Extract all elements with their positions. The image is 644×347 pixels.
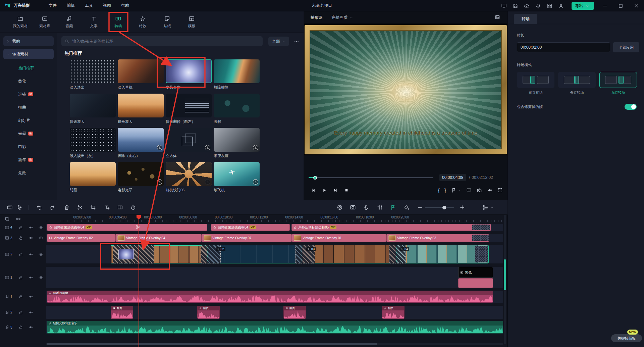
fullscreen-icon[interactable] [497,188,503,193]
lock-icon[interactable] [18,275,23,280]
transition-thumbnail[interactable] [70,162,116,186]
visibility-icon[interactable] [39,236,43,240]
notifications-icon[interactable] [535,3,541,9]
visibility-icon[interactable] [39,275,43,280]
account-icon[interactable] [558,3,564,9]
tab-effects[interactable]: 特效 [130,11,155,33]
more-options-button[interactable] [293,38,300,45]
mode-postfix[interactable]: 后置转场 [599,72,637,95]
next-frame-icon[interactable] [333,188,338,193]
tab-templates[interactable]: 模板 [179,11,204,33]
sidebar-item-dissolve[interactable]: 叠化 [0,76,57,87]
menu-file[interactable]: 文件 [49,3,57,8]
download-icon[interactable] [253,179,258,185]
trim-toggle[interactable] [625,104,637,110]
transition-item[interactable]: 溶解 [214,94,260,124]
display-icon[interactable] [501,3,507,9]
add-marker-icon[interactable] [390,204,396,210]
timeline-audio-clip[interactable]: 温暖的画面 [47,291,493,303]
scrubber-track[interactable] [309,177,433,178]
timeline-audio-clip[interactable]: 翻页 [197,306,220,319]
transition-thumbnail[interactable] [118,59,164,83]
mute-icon[interactable] [29,310,33,315]
quality-dropdown[interactable]: 完整画质 [331,15,353,20]
fit-screen-icon[interactable] [466,188,472,193]
tab-stickers[interactable]: 贴纸 [155,11,179,33]
transition-thumbnail[interactable] [214,128,260,152]
menu-edit[interactable]: 编辑 [67,3,75,8]
timeline-clip-black[interactable]: 黑色 [458,267,493,278]
timeline-audio-clip[interactable]: 轻快安静背景音乐 [47,321,503,334]
menu-tools[interactable]: 工具 [85,3,93,8]
search-input[interactable] [72,39,259,44]
transition-thumbnail[interactable] [166,59,212,83]
zoom-slider-handle[interactable] [442,206,446,209]
timeline-clip-overlay[interactable]: Vintage Frame Overlay 07 [202,234,292,242]
timeline-clip-overlay[interactable]: Vintage Frame Overlay 01 [292,234,386,242]
tab-stock-library[interactable]: 素材库 [33,11,57,33]
tab-text[interactable]: 文字 [82,11,106,33]
transition-thumbnail[interactable] [70,94,116,117]
timeline-clip-overlay[interactable]: 户外活动标题边框05 VIP [291,224,491,231]
playhead-line[interactable] [139,215,139,347]
lock-icon[interactable] [18,252,23,257]
shortcut-icon[interactable] [7,204,13,210]
undo-icon[interactable] [36,204,42,210]
mask-icon[interactable] [350,204,356,210]
cloud-upload-icon[interactable] [524,3,530,9]
scrubber-handle[interactable] [313,176,317,180]
play-icon[interactable] [322,188,327,193]
tab-transitions[interactable]: 转场 [106,11,130,33]
sidebar-item-camera-move[interactable]: 运镜新 [0,89,57,100]
redo-icon[interactable] [49,204,55,210]
sidebar-item-warp[interactable]: 扭曲 [0,102,57,113]
export-button[interactable]: 导出 [572,2,594,10]
sidebar-item-newyear[interactable]: 新年新 [0,154,57,165]
speed-icon[interactable] [130,204,136,210]
timeline-clip-overlay[interactable]: Vintage Frame Overlay 02 [47,234,115,242]
transition-thumbnail[interactable] [118,162,164,186]
save-icon[interactable] [513,3,518,9]
chevron-down-icon[interactable] [490,204,494,210]
copy-stack-icon[interactable] [5,216,10,221]
mute-icon[interactable] [29,325,33,330]
filter-dropdown[interactable]: 全部 [268,37,289,46]
detach-audio-icon[interactable] [117,204,123,210]
volume-icon[interactable] [487,188,492,193]
menu-view[interactable]: 视图 [103,3,111,8]
timeline-clip-overlay[interactable]: Vintage Frame Overlay 04 [115,234,202,242]
horizontal-scrollbar-thumb[interactable] [47,343,377,345]
add-text-icon[interactable] [104,204,110,210]
tab-audio[interactable]: 音频 [57,11,82,33]
transition-item[interactable]: 眨眼 [70,162,116,193]
keyframe-panel-button[interactable]: 关键帧面板 [611,334,642,342]
tab-transition-properties[interactable]: 转场 [514,14,537,24]
lock-icon[interactable] [18,310,23,315]
transition-thumbnail[interactable] [214,59,260,83]
timeline-ruler[interactable]: 00:00:02:00 00:00:04:00 00:00:06:00 00:0… [46,215,504,222]
transition-item[interactable]: 擦除（向右） [118,128,164,158]
transition-item[interactable]: 快速翻转（向左） [166,94,212,124]
voiceover-mic-icon[interactable] [363,204,369,210]
lock-icon[interactable] [18,325,23,330]
snapshot-icon[interactable] [477,188,482,193]
mute-icon[interactable] [29,252,33,257]
crop-icon[interactable] [90,204,96,210]
horizontal-scrollbar[interactable] [46,343,503,345]
mark-out-icon[interactable]: } [444,188,446,193]
apps-grid-icon[interactable] [547,3,552,9]
applied-transition-zone[interactable] [113,245,154,263]
zoom-out-icon[interactable] [417,204,423,210]
transition-thumbnail[interactable] [118,94,164,117]
sidebar-item-glow[interactable]: 光晕新 [0,128,57,139]
timeline-audio-clip[interactable]: 翻页 [111,306,133,319]
transition-item[interactable]: 故障擦除 [214,59,260,90]
minimize-button[interactable] [600,0,610,11]
transition-thumbnail[interactable] [166,162,212,186]
timeline-video-clip[interactable]: 03 [302,245,396,263]
search-box[interactable] [61,36,263,46]
mute-icon[interactable] [29,236,33,240]
split-scissors-icon[interactable] [77,204,83,210]
mute-icon[interactable] [29,294,33,299]
delete-icon[interactable] [64,204,70,210]
